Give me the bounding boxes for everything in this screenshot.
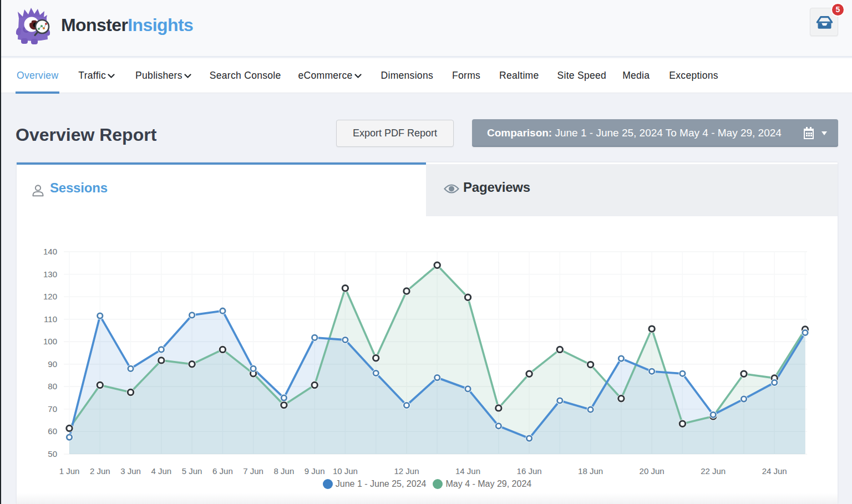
svg-text:7 Jun: 7 Jun bbox=[243, 466, 263, 476]
svg-text:2 Jun: 2 Jun bbox=[90, 466, 110, 476]
svg-text:3 Jun: 3 Jun bbox=[120, 466, 141, 476]
svg-text:80: 80 bbox=[48, 381, 57, 391]
svg-text:18 Jun: 18 Jun bbox=[578, 466, 603, 476]
svg-text:6 Jun: 6 Jun bbox=[212, 466, 233, 476]
svg-text:50: 50 bbox=[48, 449, 57, 459]
svg-text:130: 130 bbox=[43, 269, 57, 279]
svg-text:1 Jun: 1 Jun bbox=[59, 466, 80, 476]
svg-text:5 Jun: 5 Jun bbox=[182, 466, 202, 476]
svg-text:90: 90 bbox=[48, 359, 57, 369]
svg-text:16 Jun: 16 Jun bbox=[517, 466, 542, 476]
svg-text:12 Jun: 12 Jun bbox=[394, 466, 419, 476]
svg-text:4 Jun: 4 Jun bbox=[151, 466, 171, 476]
svg-text:14 Jun: 14 Jun bbox=[455, 466, 480, 476]
svg-text:10 Jun: 10 Jun bbox=[333, 466, 358, 476]
svg-text:70: 70 bbox=[48, 404, 57, 414]
svg-text:120: 120 bbox=[43, 292, 57, 301]
svg-text:22 Jun: 22 Jun bbox=[701, 466, 726, 476]
svg-text:9 Jun: 9 Jun bbox=[305, 466, 325, 476]
svg-text:140: 140 bbox=[43, 247, 57, 256]
svg-text:60: 60 bbox=[48, 426, 57, 436]
svg-text:110: 110 bbox=[44, 314, 57, 324]
svg-text:8 Jun: 8 Jun bbox=[274, 466, 295, 476]
svg-text:100: 100 bbox=[43, 337, 57, 346]
svg-text:24 Jun: 24 Jun bbox=[762, 466, 787, 476]
svg-text:20 Jun: 20 Jun bbox=[640, 466, 665, 476]
